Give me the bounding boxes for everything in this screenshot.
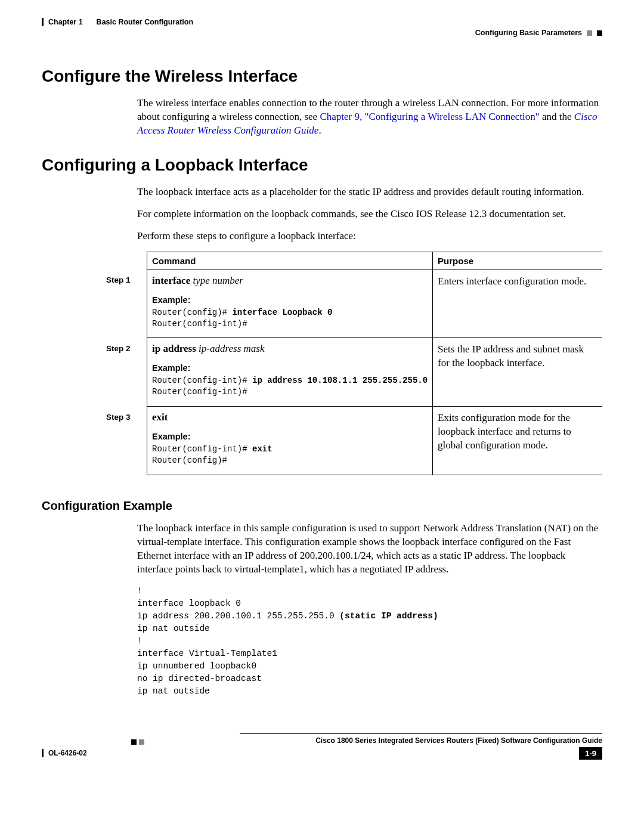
footer-bar-icon (42, 749, 44, 757)
section-heading-loopback: Configuring a Loopback Interface (42, 156, 602, 175)
wireless-paragraph: The wireless interface enables connectio… (137, 97, 602, 138)
link-chapter9[interactable]: Chapter 9, "Configuring a Wireless LAN C… (320, 111, 539, 122)
footer-square-light-icon (139, 739, 144, 745)
command-table: Command Purpose Step 1 interface type nu… (101, 252, 602, 475)
footer-guide-title: Cisco 1800 Series Integrated Services Ro… (240, 733, 602, 745)
table-head-command: Command (147, 252, 433, 270)
page-number: 1-9 (579, 747, 602, 760)
step-label: Step 1 (101, 270, 147, 338)
purpose-text: Exits configuration mode for the loopbac… (438, 411, 597, 453)
purpose-text: Sets the IP address and subnet mask for … (438, 343, 597, 370)
loopback-para3: Perform these steps to configure a loopb… (137, 230, 602, 243)
subsection-heading-config-example: Configuration Example (42, 499, 602, 513)
loopback-para2: For complete information on the loopback… (137, 208, 602, 221)
table-row: Step 3 exit Example: Router(config-int)#… (101, 407, 602, 475)
step-label: Step 2 (101, 338, 147, 407)
example-code: Router(config-int)# ip address 10.108.1.… (152, 375, 428, 398)
table-row: Step 2 ip address ip-address mask Exampl… (101, 338, 602, 407)
header-square-light-icon (587, 30, 592, 36)
footer-square-icon (131, 739, 137, 745)
config-example-para: The loopback interface in this sample co… (137, 522, 602, 577)
doc-id: OL-6426-02 (48, 749, 87, 757)
table-row: Step 1 interface type number Example: Ro… (101, 270, 602, 338)
example-code: Router(config)# interface Loopback 0 Rou… (152, 307, 428, 330)
subheader-title: Configuring Basic Parameters (475, 29, 582, 37)
page-footer: Cisco 1800 Series Integrated Services Ro… (42, 733, 602, 760)
example-label: Example: (152, 432, 428, 441)
loopback-para1: The loopback interface acts as a placeho… (137, 185, 602, 199)
header-bar-icon (42, 18, 44, 26)
example-label: Example: (152, 363, 428, 373)
section-heading-wireless: Configure the Wireless Interface (42, 67, 602, 86)
wireless-mid: and the (540, 111, 574, 122)
table-head-step (101, 252, 147, 270)
step-label: Step 3 (101, 407, 147, 475)
wireless-end: . (318, 125, 321, 136)
running-header: Chapter 1 Basic Router Configuration Con… (42, 18, 602, 37)
example-code: Router(config-int)# exit Router(config)# (152, 444, 428, 466)
config-code-block: ! interface loopback 0 ip address 200.20… (137, 585, 602, 698)
command-syntax: interface type number (152, 275, 428, 287)
command-syntax: ip address ip-address mask (152, 343, 428, 355)
example-label: Example: (152, 295, 428, 305)
purpose-text: Enters interface configuration mode. (438, 275, 597, 289)
chapter-number: Chapter 1 (48, 18, 83, 26)
table-head-purpose: Purpose (433, 252, 602, 270)
header-square-icon (597, 30, 602, 36)
chapter-title: Basic Router Configuration (97, 18, 194, 26)
command-syntax: exit (152, 411, 428, 423)
